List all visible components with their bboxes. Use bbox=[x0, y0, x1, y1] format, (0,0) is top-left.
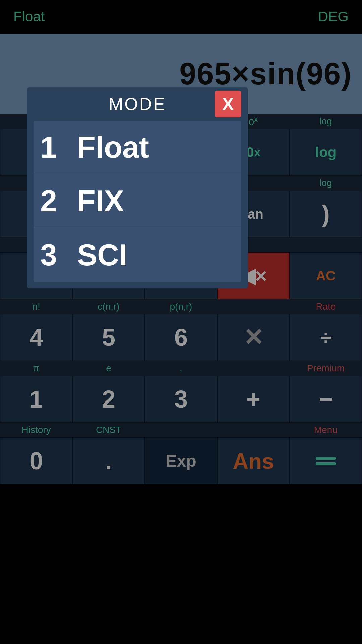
mode-option-number-3: 3 bbox=[40, 238, 67, 272]
mode-option-label-sci: SCI bbox=[77, 238, 127, 272]
mode-option-fix[interactable]: 2 FIX bbox=[34, 174, 241, 228]
mode-option-number-2: 2 bbox=[40, 184, 67, 218]
mode-option-number-1: 1 bbox=[40, 130, 67, 165]
mode-title: MODE bbox=[109, 94, 166, 114]
mode-option-sci[interactable]: 3 SCI bbox=[34, 228, 241, 282]
mode-option-label-fix: FIX bbox=[77, 184, 124, 218]
close-icon: X bbox=[222, 94, 234, 114]
mode-option-float[interactable]: 1 Float bbox=[34, 121, 241, 174]
mode-header: MODE X bbox=[34, 94, 241, 114]
mode-options-list: 1 Float 2 FIX 3 SCI bbox=[34, 121, 241, 282]
mode-dialog: MODE X 1 Float 2 FIX 3 SCI bbox=[27, 87, 248, 288]
mode-option-label-float: Float bbox=[77, 130, 149, 165]
mode-close-button[interactable]: X bbox=[215, 91, 241, 117]
